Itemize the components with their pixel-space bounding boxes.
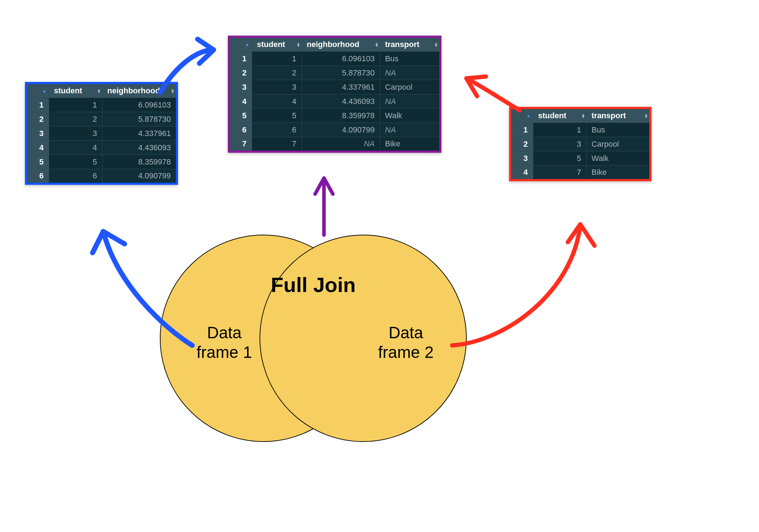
arrow-center-to-join xyxy=(303,167,345,239)
table-row: 4 4 4.436093 xyxy=(26,141,177,155)
table-row: 5 5 8.359978 Walk xyxy=(229,109,440,123)
df1-col-student: student▴▾ xyxy=(49,83,102,98)
table-row: 5 5 8.359978 xyxy=(26,155,177,169)
join-col-transport: transport▴▾ xyxy=(380,37,440,52)
table-row: 4 4 4.436093 NA xyxy=(229,94,440,109)
table-row: 6 6 4.090799 xyxy=(26,169,177,184)
table-row: 4 7 Bike xyxy=(510,166,650,181)
table-row: 3 3 4.337961 xyxy=(26,126,177,141)
venn-right-label-2: frame 2 xyxy=(378,343,434,361)
df2-col-student: student▴▾ xyxy=(533,108,586,123)
venn-title: Full Join xyxy=(271,273,356,296)
fulljoin-table: ▲ student▴▾ neighborhood▴▾ transport▴▾ 1… xyxy=(228,36,441,153)
df1-rownum-header: ▲ xyxy=(26,83,49,98)
join-body: 1 1 6.096103 Bus 2 2 5.878730 NA 3 3 4.3… xyxy=(229,52,440,152)
join-col-neighborhood: neighborhood▴▾ xyxy=(302,37,380,52)
join-col-student: student▴▾ xyxy=(252,37,302,52)
venn-right-label-1: Data xyxy=(388,323,423,342)
dataframe2-table: ▲ student▴▾ transport▴▾ 1 1 Bus 2 3 Carp… xyxy=(509,107,651,181)
table-row: 7 7 NA Bike xyxy=(229,137,440,152)
table-row: 2 2 5.878730 xyxy=(26,112,177,126)
table-row: 3 5 Walk xyxy=(510,151,650,166)
table-row: 1 1 Bus xyxy=(510,123,650,137)
arrow-df1-to-join xyxy=(150,36,242,107)
df2-body: 1 1 Bus 2 3 Carpool 3 5 Walk 4 7 Bike xyxy=(510,123,650,181)
df1-body: 1 1 6.096103 2 2 5.878730 3 3 4.337961 4… xyxy=(26,98,177,184)
table-row: 1 1 6.096103 Bus xyxy=(229,52,440,66)
table-row: 2 3 Carpool xyxy=(510,137,650,151)
table-row: 6 6 4.090799 NA xyxy=(229,123,440,137)
arrow-to-df2 xyxy=(441,192,619,370)
venn-right-circle xyxy=(260,235,466,442)
diagram-canvas: ▲ student▴▾ neighborhood▴▾ 1 1 6.096103 … xyxy=(0,0,759,532)
table-row: 3 3 4.337961 Carpool xyxy=(229,80,440,94)
arrow-df2-to-join xyxy=(452,64,530,128)
df2-col-transport: transport▴▾ xyxy=(586,108,650,123)
table-row: 2 2 5.878730 NA xyxy=(229,66,440,80)
arrow-to-df1 xyxy=(71,192,214,370)
